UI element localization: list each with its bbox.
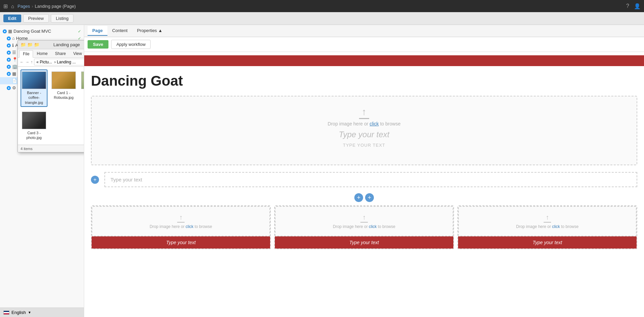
back-icon[interactable]: ← bbox=[20, 60, 24, 64]
expand-dot-dgl: ● bbox=[7, 65, 11, 69]
expand-dot-home: ● bbox=[7, 36, 11, 40]
save-button[interactable]: Save bbox=[88, 40, 108, 49]
card-1-button[interactable]: Type your text bbox=[92, 236, 270, 249]
text-zone-row: + Type your text bbox=[91, 169, 637, 191]
breadcrumb-pages[interactable]: Pages bbox=[18, 4, 30, 9]
file-item-banner[interactable]: Banner - coffee-triangle.jpg bbox=[21, 69, 47, 107]
file-name-banner: Banner - coffee-triangle.jpg bbox=[23, 90, 45, 105]
tab-page[interactable]: Page bbox=[88, 26, 107, 36]
file-window-titlebar: 📁 📁 📁 Landing page ─ □ ✕ bbox=[18, 40, 84, 49]
preview-button[interactable]: Preview bbox=[23, 14, 49, 23]
type-text-italic-1[interactable]: Type your text bbox=[98, 126, 630, 141]
language-label[interactable]: English bbox=[11, 310, 26, 315]
user-icon[interactable]: 👤 bbox=[634, 3, 641, 9]
plus-circle-2[interactable]: + bbox=[365, 193, 374, 202]
card3-upload-icon bbox=[462, 213, 633, 221]
text-zone-1[interactable]: Type your text bbox=[104, 172, 637, 187]
expand-dot-cafes: ● bbox=[7, 58, 11, 62]
breadcrumb-current: Landing page (Page) bbox=[35, 4, 75, 9]
address-bar: ← → ↑ ▼ ↻ bbox=[18, 58, 84, 67]
card2-upload-line bbox=[360, 222, 368, 223]
tab-home[interactable]: Home bbox=[33, 50, 51, 57]
products-grid-icon: ▦ bbox=[12, 71, 16, 76]
card2-browse-link[interactable]: click bbox=[369, 224, 377, 229]
main-drop-zone[interactable]: Drop image here or click to browse Type … bbox=[91, 96, 637, 165]
file-browser-window: 📁 📁 📁 Landing page ─ □ ✕ File Home Share… bbox=[18, 40, 84, 152]
browse-link-1[interactable]: click bbox=[369, 121, 379, 126]
file-name-card2: Card 2 - Thailand-Coffee.jpg bbox=[82, 90, 84, 105]
card3-browse-link[interactable]: click bbox=[552, 224, 560, 229]
page-canvas: Dancing Goat Drop image here or click to… bbox=[84, 52, 644, 266]
card1-upload-line bbox=[177, 222, 185, 223]
card2-drop-text: Drop image here or click to browse bbox=[279, 224, 449, 229]
forward-icon[interactable]: → bbox=[25, 60, 29, 64]
code-icon: ⚙ bbox=[12, 85, 16, 90]
edit-button[interactable]: Edit bbox=[3, 15, 21, 22]
page-icon: 📄 bbox=[12, 78, 17, 83]
breadcrumb-sep: › bbox=[32, 4, 33, 9]
editor-toolbar: Save Apply workflow bbox=[84, 37, 644, 52]
home-icon: ⌂ bbox=[12, 36, 15, 41]
red-banner bbox=[84, 55, 644, 66]
address-input[interactable] bbox=[34, 59, 84, 65]
list-icon: ☰ bbox=[12, 50, 16, 55]
app-home-icon[interactable]: ⌂ bbox=[11, 3, 14, 9]
top-bar: ⊞ ⌂ Pages › Landing page (Page) ? 👤 bbox=[0, 0, 644, 12]
up-icon[interactable]: ↑ bbox=[31, 60, 33, 64]
tab-view[interactable]: View bbox=[69, 50, 84, 57]
card1-browse-link[interactable]: click bbox=[186, 224, 193, 229]
card-3-button[interactable]: Type your text bbox=[458, 236, 637, 249]
tab-file[interactable]: File bbox=[19, 50, 33, 58]
card3-upload-line bbox=[544, 222, 551, 223]
tab-share[interactable]: Share bbox=[51, 50, 69, 57]
language-bar: English ▼ bbox=[0, 308, 84, 317]
card-3: Drop image here or click to browse Type … bbox=[457, 205, 637, 249]
file-item-card2[interactable]: Card 2 - Thailand-Coffee.jpg bbox=[80, 69, 84, 107]
breadcrumb: Pages › Landing page (Page) bbox=[18, 4, 623, 9]
expand-dot: ● bbox=[3, 29, 7, 33]
sidebar-item-root[interactable]: ● ▦ Dancing Goat MVC ✓ bbox=[0, 28, 84, 35]
file-name-card1: Card 1 - Robusta.jpg bbox=[52, 90, 75, 100]
file-item-card1[interactable]: Card 1 - Robusta.jpg bbox=[50, 69, 77, 107]
apply-workflow-button[interactable]: Apply workflow bbox=[111, 40, 151, 49]
content-area: Page Content Properties ▲ Save Apply wor… bbox=[84, 25, 644, 317]
folder-icon-2: 📁 bbox=[27, 42, 33, 47]
card-1: Drop image here or click to browse Type … bbox=[91, 205, 271, 249]
folder-icon: 📁 bbox=[21, 42, 26, 47]
add-block-button[interactable]: + bbox=[91, 176, 99, 184]
drop-text-1: Drop image here or click to browse bbox=[98, 121, 630, 126]
file-grid: Banner - coffee-triangle.jpg Card 1 - Ro… bbox=[18, 67, 84, 145]
file-statusbar: 4 items ☰ ⊞ bbox=[18, 145, 84, 152]
file-item-card3[interactable]: Card 3 - photo.jpg bbox=[21, 110, 47, 142]
map-icon: 📍 bbox=[12, 57, 18, 62]
file-ribbon: File Home Share View Manage ▼ ? bbox=[18, 49, 84, 58]
card-2-drop-area[interactable]: Drop image here or click to browse bbox=[275, 206, 453, 236]
plus-circle-1[interactable]: + bbox=[354, 193, 363, 202]
card-1-drop-area[interactable]: Drop image here or click to browse bbox=[92, 206, 270, 236]
card1-upload-icon bbox=[96, 213, 266, 221]
item-count: 4 items bbox=[21, 147, 32, 151]
language-dropdown-icon[interactable]: ▼ bbox=[28, 311, 31, 314]
tab-properties[interactable]: Properties ▲ bbox=[132, 26, 167, 36]
folder-icon-3: 📁 bbox=[34, 42, 39, 47]
tab-content[interactable]: Content bbox=[107, 26, 132, 36]
type-text-upper-1[interactable]: TYPE YOUR TEXT bbox=[98, 141, 630, 154]
help-icon[interactable]: ? bbox=[626, 3, 629, 9]
card-3-drop-area[interactable]: Drop image here or click to browse bbox=[458, 206, 637, 236]
file-window-title: Landing page bbox=[41, 42, 84, 47]
sec-bar: Edit Preview Listing bbox=[0, 12, 644, 25]
sidebar: ● ▦ Dancing Goat MVC ✓ ● ⌂ Home ✓ ● ℹ Ab… bbox=[0, 25, 84, 317]
listing-button[interactable]: Listing bbox=[51, 14, 74, 23]
ribbon-tabs: File Home Share View Manage ▼ ? bbox=[18, 49, 84, 57]
card-2-button[interactable]: Type your text bbox=[275, 236, 453, 249]
file-thumb-card1 bbox=[52, 71, 76, 89]
file-thumb-banner bbox=[22, 71, 46, 89]
grid-icon[interactable]: ⊞ bbox=[3, 3, 8, 9]
tabs-bar: Page Content Properties ▲ bbox=[84, 25, 644, 37]
card2-upload-icon bbox=[279, 213, 449, 221]
main-layout: ● ▦ Dancing Goat MVC ✓ ● ⌂ Home ✓ ● ℹ Ab… bbox=[0, 25, 644, 317]
expand-dot-gen: ● bbox=[7, 86, 11, 90]
file-thumb-card3 bbox=[22, 112, 46, 129]
file-name-card3: Card 3 - photo.jpg bbox=[23, 131, 45, 140]
card3-drop-text: Drop image here or click to browse bbox=[462, 224, 633, 229]
